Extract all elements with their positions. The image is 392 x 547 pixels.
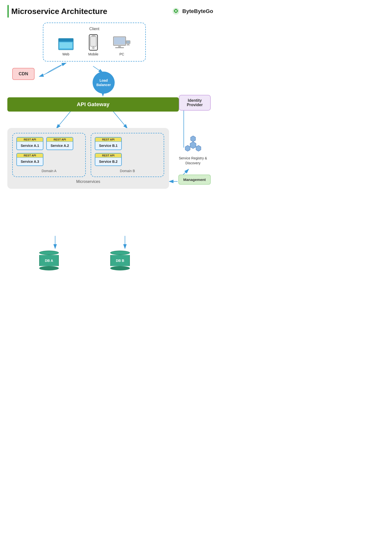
db-a-body: DB A — [39, 255, 59, 266]
service-registry: Service Registry &Discovery — [179, 135, 207, 165]
service-a3-api: REST API — [17, 153, 43, 158]
svg-rect-10 — [92, 35, 95, 36]
api-gateway-box: API Gateway — [7, 97, 179, 112]
logo-icon — [172, 7, 180, 16]
db-a-top — [39, 251, 59, 255]
domain-b-services-row1: REST API Service B.1 — [95, 137, 160, 150]
svg-point-11 — [95, 35, 95, 36]
logo: ByteByteGo — [172, 7, 213, 16]
service-a1-api: REST API — [17, 138, 43, 142]
domain-a-services-row2: REST API Service A.3 — [16, 153, 82, 166]
service-a2: REST API Service A.2 — [46, 137, 73, 150]
pc-computer-icon — [113, 36, 131, 51]
svg-rect-17 — [127, 41, 130, 43]
svg-rect-18 — [128, 44, 129, 45]
svg-marker-23 — [196, 145, 201, 151]
client-label: Client — [51, 27, 138, 31]
service-registry-label: Service Registry &Discovery — [179, 156, 207, 165]
domain-a-services-row1: REST API Service A.1 REST API Service A.… — [16, 137, 82, 150]
svg-point-9 — [92, 47, 94, 49]
db-b-body: DB B — [110, 255, 130, 266]
service-b2-name: Service B.2 — [95, 158, 121, 165]
svg-rect-15 — [115, 47, 124, 48]
page-title-container: Microservice Architecture — [7, 5, 107, 18]
pc-label: PC — [119, 52, 124, 56]
load-balancer: LoadBalancer — [93, 72, 115, 94]
service-b2: REST API Service B.2 — [95, 153, 122, 166]
svg-rect-13 — [114, 37, 125, 44]
service-a2-name: Service A.2 — [47, 142, 73, 150]
client-icons: Web Mobile — [51, 34, 138, 56]
microservices-area: REST API Service A.1 REST API Service A.… — [7, 128, 169, 189]
db-a: DB A — [39, 251, 59, 270]
identity-provider: IdentityProvider — [179, 95, 211, 111]
svg-point-0 — [175, 10, 177, 12]
svg-marker-22 — [185, 145, 190, 151]
svg-rect-14 — [118, 46, 121, 47]
domain-b-services-row2: REST API Service B.2 — [95, 153, 160, 166]
web-browser-icon — [58, 38, 74, 51]
service-a3-name: Service A.3 — [17, 158, 43, 165]
service-a1-name: Service A.1 — [17, 142, 43, 150]
management-label: Management — [183, 178, 206, 182]
client-mobile: Mobile — [88, 34, 98, 56]
title-bar-decoration — [7, 5, 9, 18]
api-gateway-label: API Gateway — [77, 101, 109, 107]
domain-a-label: Domain A — [16, 169, 82, 173]
svg-rect-19 — [127, 45, 130, 45]
management-box: Management — [178, 175, 211, 185]
domain-b-label: Domain B — [95, 169, 160, 173]
lb-label: LoadBalancer — [96, 78, 111, 87]
service-b1: REST API Service B.1 — [95, 137, 122, 150]
service-a3: REST API Service A.3 — [16, 153, 43, 166]
service-a2-api: REST API — [47, 138, 73, 142]
svg-rect-8 — [90, 37, 96, 46]
service-b1-api: REST API — [95, 138, 121, 142]
svg-rect-6 — [60, 42, 72, 48]
db-b-bottom — [110, 266, 130, 270]
diagram: Client Web — [7, 23, 213, 305]
client-web: Web — [58, 38, 74, 56]
db-b-top — [110, 251, 130, 255]
identity-provider-label: IdentityProvider — [187, 98, 203, 107]
svg-marker-20 — [190, 142, 196, 149]
logo-text: ByteByteGo — [182, 8, 213, 14]
svg-rect-5 — [59, 40, 73, 41]
service-a1: REST API Service A.1 — [16, 137, 43, 150]
page-title: Microservice Architecture — [11, 7, 107, 16]
mobile-label: Mobile — [88, 52, 98, 56]
svg-marker-21 — [191, 136, 196, 142]
client-box: Client Web — [43, 23, 146, 62]
cdn-box: CDN — [12, 68, 35, 80]
api-gateway-row: API Gateway — [7, 97, 179, 112]
db-b-label: DB B — [116, 259, 124, 263]
db-b: DB B — [110, 251, 130, 270]
domain-b-box: REST API Service B.1 REST API Service B.… — [91, 133, 164, 177]
domains-row: REST API Service A.1 REST API Service A.… — [12, 133, 164, 177]
cdn-label: CDN — [19, 71, 28, 76]
microservices-label: Microservices — [12, 179, 164, 184]
header: Microservice Architecture ByteByteGo — [7, 5, 213, 18]
web-label: Web — [62, 52, 70, 56]
service-b1-name: Service B.1 — [95, 142, 121, 150]
db-a-label: DB A — [45, 259, 53, 263]
mobile-phone-icon — [88, 34, 98, 51]
service-registry-icon — [183, 135, 203, 155]
db-a-bottom — [39, 266, 59, 270]
client-pc: PC — [113, 36, 131, 56]
domain-a-box: REST API Service A.1 REST API Service A.… — [12, 133, 86, 177]
service-b2-api: REST API — [95, 153, 121, 158]
